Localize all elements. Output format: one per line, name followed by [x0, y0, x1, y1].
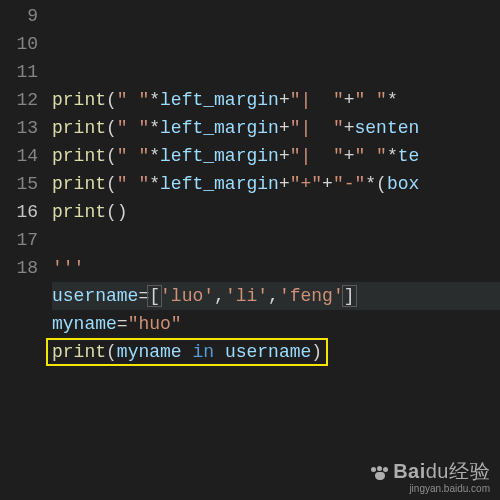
- line-number: 14: [0, 142, 38, 170]
- code-line[interactable]: print(" "*left_margin+"+"+"-"*(box: [52, 170, 500, 198]
- code-line[interactable]: ''': [52, 254, 500, 282]
- watermark-brand-a: Bai: [393, 460, 426, 482]
- code-line[interactable]: print(myname in username): [52, 338, 500, 366]
- code-line[interactable]: print(" "*left_margin+"| "+" "*te: [52, 142, 500, 170]
- line-number: 10: [0, 30, 38, 58]
- line-number: 17: [0, 226, 38, 254]
- code-line[interactable]: print(" "*left_margin+"| "+" "*: [52, 86, 500, 114]
- line-number: 13: [0, 114, 38, 142]
- watermark: Baidu经验 jingyan.baidu.com: [371, 460, 490, 495]
- line-number-gutter: 9101112131415161718: [0, 0, 52, 500]
- line-number: 11: [0, 58, 38, 86]
- watermark-sub: jingyan.baidu.com: [371, 483, 490, 495]
- watermark-brand-b: du: [426, 460, 449, 482]
- line-number: 18: [0, 254, 38, 282]
- code-area[interactable]: print(" "*left_margin+"| "+" "*print(" "…: [52, 0, 500, 500]
- code-line[interactable]: print(): [52, 198, 500, 226]
- line-number: 9: [0, 2, 38, 30]
- code-editor[interactable]: 9101112131415161718 print(" "*left_margi…: [0, 0, 500, 500]
- paw-icon: [371, 466, 389, 480]
- line-number: 16: [0, 198, 38, 226]
- code-line[interactable]: print(" "*left_margin+"| "+senten: [52, 114, 500, 142]
- code-line[interactable]: [52, 226, 500, 254]
- line-number: 15: [0, 170, 38, 198]
- code-line[interactable]: username=['luo','li','feng']: [52, 282, 500, 310]
- line-number: 12: [0, 86, 38, 114]
- code-line[interactable]: myname="huo": [52, 310, 500, 338]
- watermark-brand-c: 经验: [449, 460, 490, 482]
